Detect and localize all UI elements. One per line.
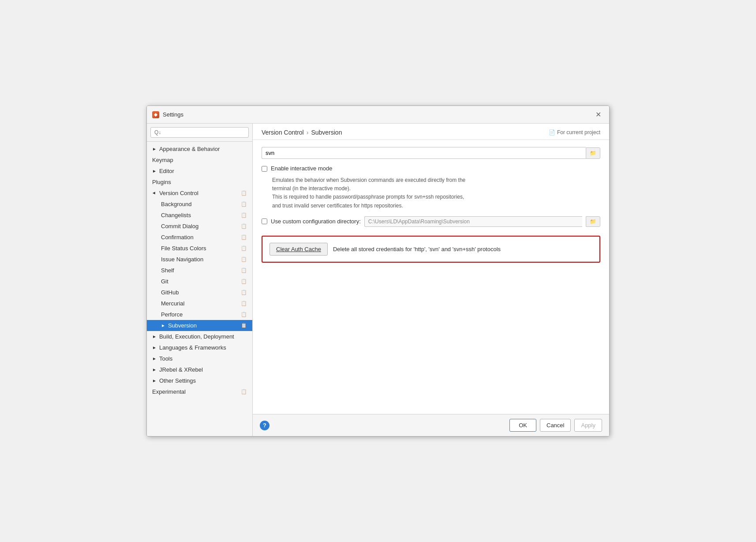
copy-icon: 📋 xyxy=(241,201,247,207)
sidebar-item-background[interactable]: Background 📋 xyxy=(147,199,252,210)
cancel-button[interactable]: Cancel xyxy=(540,419,571,432)
sidebar-item-label: Changelists xyxy=(161,212,191,218)
svn-path-input[interactable] xyxy=(262,147,586,159)
sidebar-item-jrebel[interactable]: ► JRebel & XRebel xyxy=(147,364,252,375)
sidebar-item-tools[interactable]: ► Tools xyxy=(147,353,252,364)
sidebar-item-label: File Status Colors xyxy=(161,245,206,252)
panel-header: Version Control › Subversion 📄 For curre… xyxy=(253,124,609,140)
sidebar-item-label: Appearance & Behavior xyxy=(159,146,220,152)
apply-button[interactable]: Apply xyxy=(574,419,602,432)
sidebar-item-label: Tools xyxy=(159,355,172,362)
bottom-bar: ? OK Cancel Apply xyxy=(253,414,609,436)
clear-auth-cache-button[interactable]: Clear Auth Cache xyxy=(269,243,328,256)
expand-arrow-icon: ► xyxy=(152,334,157,339)
sidebar-item-subversion[interactable]: ► Subversion 📋 xyxy=(147,320,252,331)
search-box xyxy=(147,124,252,142)
svn-path-browse-button[interactable]: 📁 xyxy=(586,147,600,159)
custom-config-label[interactable]: Use custom configuration directory: xyxy=(271,218,361,225)
sidebar-item-label: Subversion xyxy=(168,322,197,329)
copy-icon: 📋 xyxy=(241,267,247,273)
copy-icon: 📋 xyxy=(241,312,247,317)
sidebar-item-build[interactable]: ► Build, Execution, Deployment xyxy=(147,331,252,342)
sidebar-item-version-control[interactable]: ▼ Version Control 📋 xyxy=(147,188,252,199)
title-bar-left: ◆ Settings xyxy=(152,111,183,118)
close-button[interactable]: ✕ xyxy=(593,109,604,120)
sidebar-item-keymap[interactable]: Keymap xyxy=(147,154,252,166)
sidebar-item-label: Perforce xyxy=(161,311,183,318)
custom-config-input[interactable] xyxy=(364,216,582,227)
enable-interactive-row: Enable interactive mode xyxy=(262,165,600,172)
custom-config-row: Use custom configuration directory: 📁 xyxy=(262,216,600,227)
sidebar-item-label: Mercurial xyxy=(161,300,184,307)
sidebar-item-label: Editor xyxy=(159,168,174,174)
sidebar-item-mercurial[interactable]: Mercurial 📋 xyxy=(147,298,252,309)
sidebar-item-confirmation[interactable]: Confirmation 📋 xyxy=(147,232,252,243)
bottom-left: ? xyxy=(260,421,269,430)
sidebar-item-shelf[interactable]: Shelf 📋 xyxy=(147,265,252,276)
config-browse-button[interactable]: 📁 xyxy=(586,216,600,227)
settings-dialog: ◆ Settings ✕ ► Appearance & Behavior Key… xyxy=(146,105,610,437)
project-link[interactable]: 📄 For current project xyxy=(549,129,600,136)
expand-arrow-icon: ► xyxy=(161,323,165,328)
clear-auth-cache-section: Clear Auth Cache Delete all stored crede… xyxy=(262,236,600,263)
sidebar-item-label: Plugins xyxy=(152,179,171,185)
copy-icon: 📋 xyxy=(241,279,247,284)
copy-icon: 📋 xyxy=(241,389,247,395)
copy-icon: 📋 xyxy=(241,256,247,262)
copy-icon: 📋 xyxy=(241,245,247,251)
copy-icon: 📋 xyxy=(241,323,247,328)
enable-interactive-checkbox[interactable] xyxy=(262,166,267,172)
breadcrumb: Version Control › Subversion xyxy=(262,129,342,136)
help-button[interactable]: ? xyxy=(260,421,269,430)
sidebar-item-label: Build, Execution, Deployment xyxy=(159,333,234,340)
sidebar-item-other-settings[interactable]: ► Other Settings xyxy=(147,375,252,386)
sidebar-item-experimental[interactable]: Experimental 📋 xyxy=(147,386,252,397)
sidebar-item-git[interactable]: Git 📋 xyxy=(147,276,252,287)
breadcrumb-current: Subversion xyxy=(311,129,342,136)
main-panel: Version Control › Subversion 📄 For curre… xyxy=(253,124,609,436)
sidebar-item-label: GitHub xyxy=(161,289,179,296)
sidebar-item-languages[interactable]: ► Languages & Frameworks xyxy=(147,342,252,353)
search-input[interactable] xyxy=(150,127,249,138)
sidebar-item-label: Git xyxy=(161,278,168,285)
expand-arrow-icon: ▼ xyxy=(152,191,157,196)
sidebar-item-label: Languages & Frameworks xyxy=(159,344,226,351)
breadcrumb-parent: Version Control xyxy=(262,129,304,136)
clear-cache-description: Delete all stored credentials for 'http'… xyxy=(333,246,501,252)
sidebar-item-file-status-colors[interactable]: File Status Colors 📋 xyxy=(147,243,252,254)
copy-icon: 📋 xyxy=(241,212,247,218)
copy-icon: 📋 xyxy=(241,223,247,229)
sidebar-item-label: Version Control xyxy=(159,190,198,196)
expand-arrow-icon: ► xyxy=(152,169,157,173)
custom-config-checkbox[interactable] xyxy=(262,218,267,224)
sidebar-item-label: Keymap xyxy=(152,157,173,163)
sidebar-item-editor[interactable]: ► Editor xyxy=(147,166,252,177)
app-icon: ◆ xyxy=(152,111,159,118)
sidebar-item-issue-navigation[interactable]: Issue Navigation 📋 xyxy=(147,254,252,265)
sidebar: ► Appearance & Behavior Keymap ► Editor … xyxy=(147,124,253,436)
panel-body: 📁 Enable interactive mode Emulates the b… xyxy=(253,140,609,414)
sidebar-item-plugins[interactable]: Plugins xyxy=(147,177,252,188)
sidebar-item-label: Issue Navigation xyxy=(161,256,203,263)
sidebar-item-label: Experimental xyxy=(152,388,186,395)
expand-arrow-icon: ► xyxy=(152,378,157,383)
copy-icon: 📋 xyxy=(241,190,247,196)
sidebar-item-appearance[interactable]: ► Appearance & Behavior xyxy=(147,143,252,154)
interactive-description: Emulates the behavior when Subversion co… xyxy=(272,176,600,210)
sidebar-item-github[interactable]: GitHub 📋 xyxy=(147,287,252,298)
sidebar-item-perforce[interactable]: Perforce 📋 xyxy=(147,309,252,320)
sidebar-nav: ► Appearance & Behavior Keymap ► Editor … xyxy=(147,142,252,436)
copy-icon: 📋 xyxy=(241,234,247,240)
copy-icon: 📋 xyxy=(241,301,247,306)
ok-button[interactable]: OK xyxy=(509,419,536,432)
enable-interactive-label[interactable]: Enable interactive mode xyxy=(271,165,332,172)
sidebar-item-label: JRebel & XRebel xyxy=(159,366,203,373)
window-title: Settings xyxy=(163,111,183,118)
bottom-right: OK Cancel Apply xyxy=(509,419,602,432)
sidebar-item-label: Confirmation xyxy=(161,234,194,241)
expand-arrow-icon: ► xyxy=(152,356,157,361)
sidebar-item-label: Commit Dialog xyxy=(161,223,198,230)
project-link-label: For current project xyxy=(557,129,600,136)
sidebar-item-commit-dialog[interactable]: Commit Dialog 📋 xyxy=(147,221,252,232)
sidebar-item-changelists[interactable]: Changelists 📋 xyxy=(147,210,252,221)
